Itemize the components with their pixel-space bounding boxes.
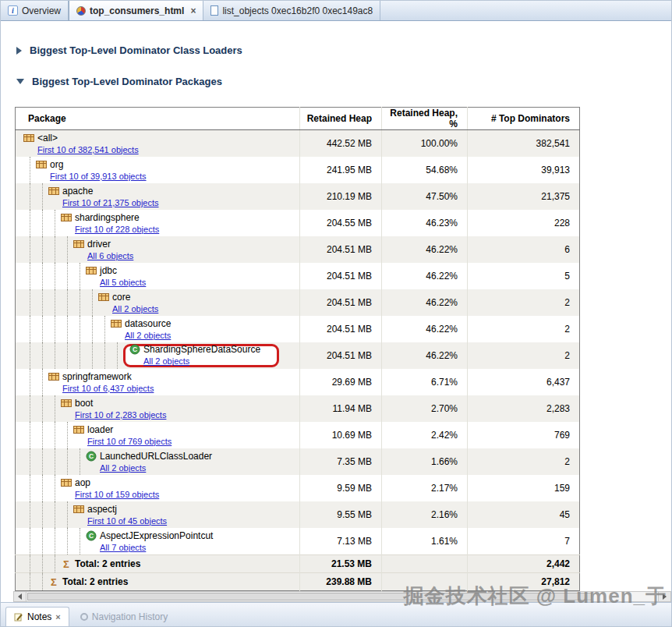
package-icon [86,266,97,275]
retained-heap-pct-cell: 100.00% [382,130,468,158]
table-row[interactable]: <all>First 10 of 382,541 objects442.52 M… [16,130,580,158]
tab-overview[interactable]: Overview [1,1,69,20]
retained-heap-pct-cell: 2.17% [382,475,468,501]
tree-guide [92,289,98,316]
svg-text:C: C [89,452,94,460]
section-packages[interactable]: Biggest Top-Level Dominator Packages [16,76,671,87]
top-dominators-cell: 27,812 [468,573,580,591]
section-class-loaders[interactable]: Biggest Top-Level Dominator Class Loader… [16,44,671,56]
objects-link[interactable]: All 2 objects [125,331,171,340]
top-dominators-cell: 382,541 [468,130,580,158]
objects-link[interactable]: All 2 objects [143,356,189,366]
highlighted-node: CShardingSphereDataSourceAll 2 objects [123,344,279,367]
package-icon [61,399,72,408]
column-header-retained-heap-pct[interactable]: Retained Heap, % [382,108,468,130]
retained-heap-cell: 9.59 MB [300,475,382,501]
objects-link[interactable]: First 10 of 382,541 objects [37,145,139,154]
tree-node: datasourceAll 2 objects [111,316,171,342]
package-icon [61,213,72,222]
objects-link[interactable]: First 10 of 159 objects [75,490,159,499]
package-icon [48,372,59,381]
package-name: aspectj [87,504,117,515]
total-row[interactable]: ΣTotal: 2 entries239.88 MB27,812 [16,573,580,591]
svg-text:C: C [89,532,94,540]
objects-link[interactable]: First 10 of 228 objects [75,225,159,234]
tree-node: bootFirst 10 of 2,283 objects [61,395,166,422]
table-row[interactable]: shardingsphereFirst 10 of 228 objects204… [16,210,580,236]
top-dominators-cell: 2 [468,316,580,342]
tree-guide [117,342,123,369]
tree-guide [30,183,36,210]
retained-heap-pct-cell: 2.42% [382,422,468,448]
package-name: LaunchedURLClassLoader [100,451,212,462]
table-row[interactable]: CLaunchedURLClassLoaderAll 2 objects7.35… [16,448,580,475]
tree-node: jdbcAll 5 objects [86,263,146,289]
top-dominators-cell: 7 [468,528,580,555]
objects-link[interactable]: All 5 objects [100,278,146,287]
table-row[interactable]: coreAll 2 objects204.51 MB46.22%2 [16,289,580,316]
objects-link[interactable]: All 2 objects [112,304,158,314]
tree-guide [80,448,86,475]
tree-guide [80,342,86,369]
table-row[interactable]: CShardingSphereDataSourceAll 2 objects20… [16,342,580,369]
package-name: core [112,292,130,303]
table-row[interactable]: springframeworkFirst 10 of 6,437 objects… [16,369,580,395]
objects-link[interactable]: All 7 objects [100,543,146,552]
scrollbar-thumb[interactable] [27,593,592,600]
tree-guide [42,342,48,369]
retained-heap-cell: 21.53 MB [300,555,382,573]
retained-heap-pct-cell: 2.16% [382,501,468,528]
objects-link[interactable]: First 10 of 45 objects [87,516,167,526]
table-row[interactable]: aspectjFirst 10 of 45 objects9.55 MB2.16… [16,501,580,528]
tree-guide [55,263,61,289]
section-title: Biggest Top-Level Dominator Class Loader… [30,44,242,56]
total-row[interactable]: ΣTotal: 2 entries21.53 MB2,442 [16,555,580,573]
retained-heap-cell: 241.95 MB [300,157,382,183]
tree-guide [55,448,61,475]
bottom-tab-notes[interactable]: Notes × [5,607,69,626]
package-name: jdbc [100,265,117,276]
column-header-top-dominators[interactable]: # Top Dominators [468,108,580,130]
table-row[interactable]: loaderFirst 10 of 769 objects10.69 MB2.4… [16,422,580,448]
objects-link[interactable]: First 10 of 6,437 objects [62,384,154,393]
scroll-right-arrow-icon[interactable] [658,592,670,601]
info-icon [8,5,18,16]
tree-guide [30,289,36,316]
tree-guide [80,289,86,316]
table-row[interactable]: aopFirst 10 of 159 objects9.59 MB2.17%15… [16,475,580,501]
scroll-left-arrow-icon[interactable] [14,592,27,601]
tab-top-consumers[interactable]: top_consumers_html × [69,1,203,20]
objects-link[interactable]: All 2 objects [100,463,146,473]
package-icon [73,425,84,434]
tree-guide [55,210,61,236]
tree-guide [67,342,73,369]
objects-link[interactable]: First 10 of 2,283 objects [75,410,166,420]
close-icon[interactable]: × [190,5,196,16]
column-header-retained-heap[interactable]: Retained Heap [300,108,382,130]
scrollbar-track[interactable] [592,592,658,601]
package-name: AspectJExpressionPointcut [100,530,213,541]
table-row[interactable]: apacheFirst 10 of 21,375 objects210.19 M… [16,183,580,210]
top-dominators-cell: 2,442 [468,555,580,573]
tree-guide [104,316,111,342]
table-row[interactable]: jdbcAll 5 objects204.51 MB46.22%5 [16,263,580,289]
table-row[interactable]: CAspectJExpressionPointcutAll 7 objects7… [16,528,580,555]
objects-link[interactable]: First 10 of 21,375 objects [62,198,159,207]
horizontal-scrollbar[interactable] [13,591,671,602]
tab-list-objects[interactable]: list_objects 0xec16b2f0 0xec149ac8 [203,1,380,20]
top-dominators-cell: 21,375 [468,183,580,210]
column-header-package[interactable]: Package [16,108,300,130]
tree-guide [92,316,98,342]
table-row[interactable]: bootFirst 10 of 2,283 objects11.94 MB2.7… [16,395,580,422]
bottom-tab-navigation-history[interactable]: Navigation History [73,607,175,626]
objects-link[interactable]: First 10 of 769 objects [87,437,172,446]
table-row[interactable]: datasourceAll 2 objects204.51 MB46.22%2 [16,316,580,342]
table-row[interactable]: driverAll 6 objects204.51 MB46.22%6 [16,236,580,263]
table-row[interactable]: orgFirst 10 of 39,913 objects241.95 MB54… [16,157,580,183]
objects-link[interactable]: First 10 of 39,913 objects [50,172,147,181]
tree-node: ΣTotal: 2 entries [61,555,140,572]
report-content: Biggest Top-Level Dominator Class Loader… [1,21,671,602]
tree-node: coreAll 2 objects [98,289,158,316]
close-icon[interactable]: × [55,612,60,622]
objects-link[interactable]: All 6 objects [87,251,133,260]
